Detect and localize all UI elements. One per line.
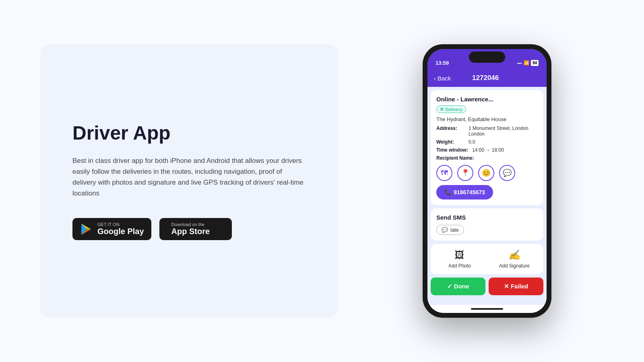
emoji-icon-button[interactable]: 😊	[478, 165, 494, 181]
add-signature-button[interactable]: ✍ Add Signature	[491, 249, 538, 269]
address-label: Address:	[436, 125, 464, 137]
sms-chip[interactable]: 💬 late	[436, 225, 464, 235]
app-description: Best in class driver app for both iPhone…	[72, 155, 306, 199]
time-row: Time window: 14:00 → 18:00	[436, 147, 538, 153]
order-title: Online - Lawrence...	[436, 96, 538, 103]
order-card: Online - Lawrence... ⊕ Delivery The Hydr…	[431, 90, 543, 205]
add-photo-label: Add Photo	[448, 263, 471, 269]
add-signature-icon: ✍	[508, 249, 520, 261]
delivery-badge-label: Delivery	[445, 107, 462, 112]
failed-button[interactable]: ✕ Failed	[489, 278, 543, 295]
order-id: 1272046	[472, 74, 499, 82]
whatsapp-icon-button[interactable]: 💬	[499, 165, 515, 181]
bottom-actions-card: 🖼 Add Photo ✍ Add Signature	[431, 244, 543, 274]
phone-screen: 13:59 ▪▪▪ 📶 94 ‹ Back 1272046	[427, 49, 547, 313]
screen-content: Online - Lawrence... ⊕ Delivery The Hydr…	[427, 87, 547, 305]
wifi-icon: 📶	[524, 60, 529, 66]
dynamic-island	[469, 51, 505, 63]
phone-number: 9186745673	[454, 189, 485, 195]
address-row: Address: 1 Monument Street, London Londo…	[436, 125, 538, 137]
sms-chip-icon: 💬	[442, 227, 448, 233]
app-store-large: App Store	[171, 227, 210, 236]
left-panel: Driver App Best in class driver app for …	[40, 44, 338, 318]
map-icon-button[interactable]: 🗺	[436, 165, 452, 181]
back-button[interactable]: ‹ Back	[434, 75, 451, 82]
app-store-small: Download on the	[171, 222, 210, 227]
call-button[interactable]: 📞 9186745673	[436, 185, 493, 200]
app-store-text: Download on the App Store	[171, 222, 210, 236]
google-play-text: GET IT ON Google Play	[97, 222, 144, 236]
status-bar-right: ▪▪▪ 📶 94	[517, 60, 539, 66]
google-play-icon	[80, 223, 93, 236]
battery-badge: 94	[531, 60, 539, 66]
nav-bar: ‹ Back 1272046	[427, 69, 547, 87]
phone-icon: 📞	[444, 189, 451, 195]
weight-label: Weight:	[436, 139, 464, 145]
right-panel: 13:59 ▪▪▪ 📶 94 ‹ Back 1272046	[370, 28, 604, 334]
delivery-badge-icon: ⊕	[440, 107, 444, 112]
confirm-row: ✓ Done ✕ Failed	[431, 278, 543, 297]
back-label: Back	[438, 75, 451, 82]
venue-name: The Hydrant, Equitable House	[436, 116, 538, 122]
google-play-small: GET IT ON	[97, 222, 144, 227]
weight-row: Weight: 0.0	[436, 139, 538, 145]
failed-label: ✕ Failed	[504, 283, 528, 290]
weight-value: 0.0	[469, 139, 475, 145]
time-value: 14:00 → 18:00	[472, 147, 504, 153]
location-icon-button[interactable]: 📍	[457, 165, 473, 181]
phone-frame: 13:59 ▪▪▪ 📶 94 ‹ Back 1272046	[423, 44, 551, 318]
add-signature-label: Add Signature	[499, 263, 530, 269]
done-button[interactable]: ✓ Done	[431, 278, 485, 295]
address-value: 1 Monument Street, London London	[469, 125, 538, 137]
action-icons: 🗺 📍 😊 💬	[436, 165, 538, 181]
home-bar	[471, 308, 503, 310]
signal-icon: ▪▪▪	[517, 61, 522, 66]
sms-chip-text: late	[450, 227, 459, 233]
recipient-row: Recipient Name:	[436, 155, 538, 161]
sms-card: Send SMS 💬 late	[431, 208, 543, 241]
add-photo-icon: 🖼	[455, 249, 464, 261]
app-store-button[interactable]: Download on the App Store	[159, 218, 232, 240]
app-title: Driver App	[72, 122, 306, 144]
home-indicator	[427, 305, 547, 313]
sms-title: Send SMS	[436, 214, 538, 221]
delivery-badge: ⊕ Delivery	[436, 105, 466, 113]
time-label: Time window:	[436, 147, 468, 153]
add-photo-button[interactable]: 🖼 Add Photo	[436, 249, 483, 269]
recipient-label: Recipient Name:	[436, 155, 474, 161]
google-play-large: Google Play	[97, 227, 144, 236]
back-chevron-icon: ‹	[434, 75, 436, 82]
page-wrapper: Driver App Best in class driver app for …	[40, 28, 604, 334]
done-label: ✓ Done	[447, 283, 469, 290]
store-buttons: GET IT ON Google Play Download on the Ap…	[72, 218, 306, 240]
google-play-button[interactable]: GET IT ON Google Play	[72, 218, 151, 240]
status-time: 13:59	[436, 60, 449, 66]
